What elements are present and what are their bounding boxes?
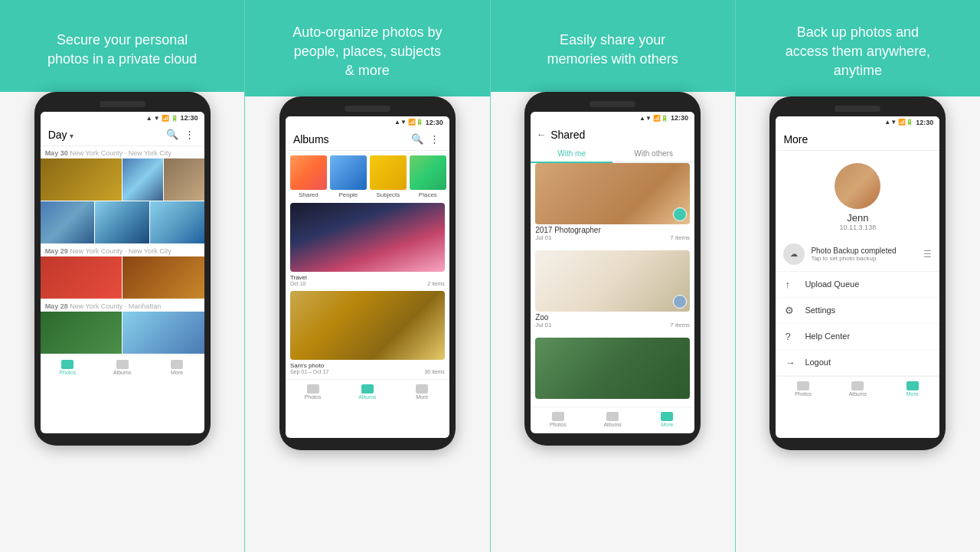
phone-2: ▲▼ 📶🔋 12:30 Albums 🔍 ⋮ <box>279 96 456 450</box>
nav-photos[interactable]: Photos <box>41 358 95 377</box>
phone-screen-2: ▲▼ 📶🔋 12:30 Albums 🔍 ⋮ <box>286 116 449 438</box>
status-bar-3: ▲▼ 📶🔋 12:30 <box>531 112 694 124</box>
phone-area-1: ▲ ▼ 📶 🔋 12:30 Day ▾ <box>0 92 244 552</box>
panel-organize: Auto-organize photos by people, places, … <box>244 0 489 552</box>
panel-secure: Secure your personal photos in a private… <box>0 0 244 552</box>
app-bar-2: Albums 🔍 ⋮ <box>286 129 449 151</box>
photo-grid-1: May 30 New York County · New York City <box>41 146 204 354</box>
photo-cell[interactable] <box>41 158 122 201</box>
search-icon[interactable]: 🔍 <box>166 129 178 141</box>
album-cat-people[interactable]: People <box>330 155 367 198</box>
phone-area-2: ▲▼ 📶🔋 12:30 Albums 🔍 ⋮ <box>245 96 489 552</box>
photo-cell[interactable] <box>122 256 204 299</box>
bottom-nav-3: Photos Albums More <box>531 407 694 432</box>
menu-logout[interactable]: → Logout <box>776 350 939 376</box>
nav-albums[interactable]: Albums <box>585 410 639 429</box>
panel-2-header: Auto-organize photos by people, places, … <box>245 0 489 96</box>
nav-photos[interactable]: Photos <box>286 383 340 401</box>
nav-more[interactable]: More <box>640 410 694 429</box>
nav-albums[interactable]: Albums <box>831 380 885 398</box>
overflow-icon[interactable]: ⋮ <box>430 133 442 145</box>
shared-album-cactus[interactable] <box>531 338 694 403</box>
bottom-nav-2: Photos Albums More <box>286 379 449 404</box>
phone-screen-4: ▲▼ 📶🔋 12:30 More Jenn 10.11.3.138 <box>776 116 939 438</box>
user-profile: Jenn 10.11.3.138 <box>776 151 939 237</box>
nav-more[interactable]: More <box>885 380 939 398</box>
nav-photos[interactable]: Photos <box>776 380 830 398</box>
status-bar-4: ▲▼ 📶🔋 12:30 <box>776 116 939 129</box>
grid-row <box>41 158 204 201</box>
phone-4: ▲▼ 📶🔋 12:30 More Jenn 10.11.3.138 <box>769 96 946 450</box>
notification-row[interactable]: ☁ Photo Backup completed Tap to set phot… <box>776 237 939 272</box>
nav-photos[interactable]: Photos <box>531 410 585 429</box>
nav-more[interactable]: More <box>149 358 204 377</box>
menu-settings[interactable]: ⚙ Settings <box>776 298 939 324</box>
panel-backup: Back up photos and access them anywhere,… <box>735 0 980 552</box>
notif-settings-icon[interactable]: ☰ <box>923 249 932 260</box>
phone-screen-1: ▲ ▼ 📶 🔋 12:30 Day ▾ <box>41 112 204 433</box>
album-item-sams[interactable]: Sam's photo Sep 01 – Oct 17 30 items <box>286 291 449 379</box>
album-categories: Shared People Subjects Places <box>286 151 449 203</box>
tab-with-me[interactable]: With me <box>531 145 612 163</box>
photo-cell[interactable] <box>122 158 163 201</box>
album-item-travel[interactable]: Travel Oct 10 2 items <box>286 203 449 291</box>
panel-4-header: Back up photos and access them anywhere,… <box>736 0 980 96</box>
logout-icon: → <box>785 357 797 368</box>
photo-cell[interactable] <box>122 312 204 354</box>
menu-help-center[interactable]: ? Help Center <box>776 324 939 350</box>
bottom-nav-4: Photos Albums More <box>776 376 939 401</box>
bottom-nav-1: Photos Albums More <box>41 354 204 380</box>
status-bar-1: ▲ ▼ 📶 🔋 12:30 <box>41 112 204 124</box>
phone-area-4: ▲▼ 📶🔋 12:30 More Jenn 10.11.3.138 <box>736 96 980 552</box>
nav-albums[interactable]: Albums <box>340 383 394 401</box>
album-cat-subjects[interactable]: Subjects <box>370 155 407 198</box>
user-avatar <box>835 163 880 209</box>
backup-icon: ☁ <box>783 243 805 265</box>
upload-icon: ↑ <box>785 279 797 290</box>
overflow-icon[interactable]: ⋮ <box>185 129 197 141</box>
main-panels: Secure your personal photos in a private… <box>0 0 980 552</box>
phone-notch-1 <box>100 101 145 107</box>
phone-screen-3: ▲▼ 📶🔋 12:30 ← Shared With me With others <box>531 112 694 433</box>
settings-icon: ⚙ <box>785 305 797 316</box>
album-cat-places[interactable]: Places <box>410 155 446 198</box>
panel-share: Easily share your memories with others ▲… <box>490 0 735 552</box>
album-cat-shared[interactable]: Shared <box>290 155 327 198</box>
menu-upload-queue[interactable]: ↑ Upload Queue <box>776 272 939 298</box>
status-bar-2: ▲▼ 📶🔋 12:30 <box>286 116 449 129</box>
shared-album-photographer[interactable]: 2017 Photographer Jul 01 7 items <box>531 163 694 247</box>
album-avatar <box>673 295 687 309</box>
grid-row <box>41 312 204 354</box>
shared-header: ← Shared <box>531 124 694 145</box>
album-avatar <box>673 207 687 221</box>
phone-area-3: ▲▼ 📶🔋 12:30 ← Shared With me With others <box>491 92 735 552</box>
phone-notch-3 <box>590 101 635 107</box>
nav-more[interactable]: More <box>395 383 449 401</box>
panel-1-header: Secure your personal photos in a private… <box>0 0 244 92</box>
photo-cell[interactable] <box>41 256 122 299</box>
back-button[interactable]: ← <box>537 129 546 140</box>
phone-1: ▲ ▼ 📶 🔋 12:30 Day ▾ <box>34 92 211 446</box>
app-bar-4: More <box>776 129 939 151</box>
panel-3-header: Easily share your memories with others <box>491 0 735 92</box>
app-bar-1: Day ▾ 🔍 ⋮ <box>41 124 204 146</box>
phone-notch-4 <box>835 106 880 112</box>
nav-albums[interactable]: Albums <box>95 358 149 377</box>
photo-cell[interactable] <box>41 201 95 243</box>
tab-with-others[interactable]: With others <box>612 145 694 162</box>
grid-row <box>41 201 204 243</box>
photo-cell[interactable] <box>164 158 204 201</box>
search-icon[interactable]: 🔍 <box>411 133 423 145</box>
help-icon: ? <box>785 331 797 342</box>
photo-cell[interactable] <box>95 201 149 243</box>
shared-album-zoo[interactable]: Zoo Jul 01 7 items <box>531 250 694 335</box>
grid-row <box>41 256 204 299</box>
photo-cell[interactable] <box>150 201 204 243</box>
shared-tabs: With me With others <box>531 145 694 163</box>
phone-3: ▲▼ 📶🔋 12:30 ← Shared With me With others <box>524 92 701 446</box>
phone-notch-2 <box>345 106 390 112</box>
photo-cell[interactable] <box>41 312 122 354</box>
